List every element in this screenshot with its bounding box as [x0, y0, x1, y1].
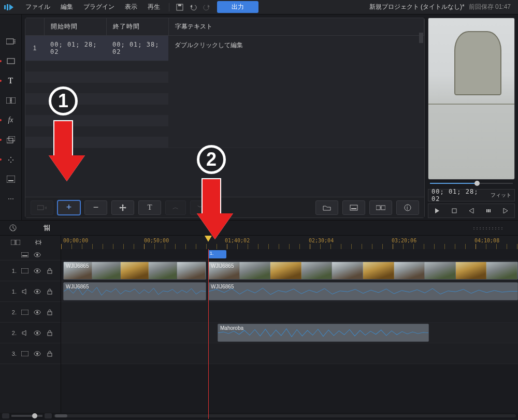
panel-resize-handle[interactable]	[472, 227, 503, 229]
video-lane-3[interactable]	[61, 343, 518, 364]
video-clip[interactable]: WJIJ6865	[63, 262, 206, 280]
svg-rect-31	[45, 225, 46, 231]
audio-lane-2[interactable]: Mahoroba	[61, 323, 518, 343]
col-index	[25, 18, 44, 36]
add-subtitle-button[interactable]: +	[57, 200, 80, 215]
svg-rect-32	[47, 225, 48, 231]
lock-icon[interactable]	[46, 267, 54, 275]
more-icon[interactable]: ⋯	[4, 193, 18, 205]
lock-icon[interactable]	[46, 308, 54, 316]
svg-point-58	[36, 353, 38, 355]
col-text[interactable]: 字幕テキスト	[168, 18, 424, 36]
preview-viewport[interactable]	[428, 18, 515, 180]
subtitle-track-head[interactable]	[0, 249, 61, 260]
subtitle-batch-button[interactable]: +	[31, 200, 53, 215]
subtitle-scrollbar[interactable]	[419, 33, 423, 197]
overlay-room-icon[interactable]	[4, 134, 18, 146]
eye-icon[interactable]	[33, 350, 41, 358]
horizontal-scrollbar[interactable]	[54, 414, 516, 417]
import-subtitle-button[interactable]	[369, 200, 392, 215]
video-track-2-head[interactable]: 2.	[0, 302, 61, 323]
subtitle-preview-button[interactable]	[342, 200, 365, 215]
subtitle-clip[interactable]: 1.	[208, 250, 226, 258]
lock-icon[interactable]	[46, 350, 54, 358]
audio-lane-1[interactable]: WJIJ6865 WJIJ6865	[61, 281, 518, 302]
timeline-zoom-bar[interactable]	[0, 413, 518, 419]
audio-clip[interactable]: Mahoroba	[218, 324, 429, 342]
video-track-icon	[21, 308, 29, 316]
eye-icon[interactable]	[33, 329, 41, 337]
audio-track-1-head[interactable]: 1.	[0, 281, 61, 302]
timeline-header: 00;00;00 00;50;00 01;40;02 02;30;04 03;2…	[0, 236, 518, 249]
col-end[interactable]: 終了時間	[106, 18, 168, 36]
fit-button[interactable]: フィット	[491, 192, 511, 199]
open-folder-button[interactable]	[315, 200, 338, 215]
svg-rect-45	[48, 270, 52, 273]
timeline-settings-icon[interactable]	[41, 223, 53, 233]
zoom-out-button[interactable]	[2, 413, 9, 418]
row-end[interactable]: 00; 01; 38; 02	[106, 36, 168, 61]
menu-play[interactable]: 再生	[143, 1, 165, 13]
audio-track-2-head[interactable]: 2.	[0, 323, 61, 343]
eye-icon[interactable]	[33, 267, 41, 275]
timeline-clock-icon[interactable]	[7, 223, 19, 233]
row-start[interactable]: 00; 01; 28; 02	[44, 36, 106, 61]
prev-subtitle-button[interactable]: ︿	[165, 200, 186, 215]
subtitle-room-icon[interactable]	[4, 173, 18, 185]
zoom-in-button[interactable]	[45, 413, 52, 418]
eye-icon[interactable]	[33, 308, 41, 316]
next-frame-button[interactable]	[500, 206, 511, 216]
menu-edit[interactable]: 編集	[56, 1, 78, 13]
preview-timecode[interactable]: 00; 01; 28; 02	[431, 188, 488, 202]
subtitle-row[interactable]: 1 00; 01; 28; 02 00; 01; 38; 02 ダブルクリックし…	[25, 36, 424, 61]
storyboard-view-icon[interactable]	[9, 237, 22, 248]
next-subtitle-button[interactable]: ﹀	[190, 200, 211, 215]
row-text[interactable]: ダブルクリックして編集	[168, 36, 424, 148]
lock-icon[interactable]	[46, 287, 54, 296]
remove-subtitle-button[interactable]: −	[84, 200, 107, 215]
redo-icon[interactable]	[200, 2, 213, 13]
timeline-ruler[interactable]: 00;00;00 00;50;00 01;40;02 02;30;04 03;2…	[61, 236, 518, 249]
text-style-button[interactable]: T	[138, 200, 161, 215]
loop-button[interactable]	[483, 206, 494, 216]
svg-rect-48	[48, 291, 52, 294]
transition-room-icon[interactable]	[4, 94, 18, 107]
col-start[interactable]: 開始時間	[44, 18, 106, 36]
track-lanes[interactable]: 1. WJIJ6865 WJIJ6865 WJIJ6865 WJIJ6865	[61, 249, 518, 419]
fx-room-icon[interactable]: fx	[4, 114, 18, 126]
play-button[interactable]	[432, 206, 442, 216]
video-clip[interactable]: WJIJ6865	[208, 262, 518, 280]
media-library-icon[interactable]	[4, 35, 18, 48]
svg-rect-14	[7, 176, 15, 183]
playhead-marker[interactable]	[205, 236, 212, 242]
audio-clip[interactable]: WJIJ6865	[208, 282, 518, 300]
save-icon[interactable]	[174, 2, 186, 13]
particle-room-icon[interactable]	[4, 153, 18, 166]
lock-icon[interactable]	[46, 329, 54, 337]
snap-icon[interactable]	[32, 237, 45, 248]
export-button[interactable]: 出力	[217, 1, 258, 13]
info-button[interactable]: i	[396, 200, 419, 215]
eye-icon[interactable]	[33, 251, 41, 259]
preview-seek-slider[interactable]	[428, 180, 515, 187]
video-lane-1[interactable]: WJIJ6865 WJIJ6865	[61, 260, 518, 281]
audio-clip[interactable]: WJIJ6865	[63, 282, 206, 300]
prev-frame-button[interactable]	[466, 206, 477, 216]
video-lane-2[interactable]	[61, 302, 518, 323]
menu-plugin[interactable]: プラグイン	[79, 1, 119, 13]
playhead-line[interactable]	[208, 249, 209, 419]
video-track-1-head[interactable]: 1.	[0, 260, 61, 281]
move-subtitle-button[interactable]	[111, 200, 134, 215]
subtitle-lane[interactable]: 1.	[61, 249, 518, 260]
video-track-3-head[interactable]: 3.	[0, 343, 61, 364]
room-icon[interactable]	[4, 55, 18, 67]
undo-icon[interactable]	[187, 2, 199, 13]
project-title-area: 新規プロジェクト (タイトルなし)* 前回保存 01:47	[369, 3, 515, 11]
eye-icon[interactable]	[33, 287, 41, 296]
stop-button[interactable]	[449, 206, 459, 216]
svg-rect-28	[488, 209, 489, 212]
menu-view[interactable]: 表示	[120, 1, 142, 13]
menu-file[interactable]: ファイル	[21, 1, 55, 13]
title-room-icon[interactable]: T	[4, 75, 18, 87]
divider-strip[interactable]	[0, 220, 518, 236]
